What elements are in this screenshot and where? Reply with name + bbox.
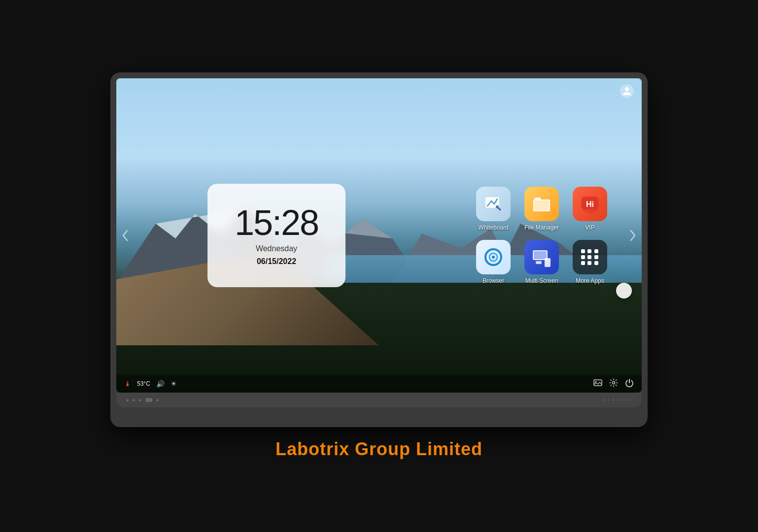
bezel-sm-dot-7 xyxy=(630,399,632,401)
app-vip[interactable]: Hi VIP xyxy=(568,184,612,233)
filemanager-label: File Manager xyxy=(524,224,559,231)
bezel-dot-1 xyxy=(126,399,129,401)
screen-display: 15:28 Wednesday 06/15/2022 Whiteboard xyxy=(116,78,642,393)
clock-day: Wednesday xyxy=(256,244,297,253)
monitor-frame: 15:28 Wednesday 06/15/2022 Whiteboard xyxy=(110,72,648,427)
bezel-sm-dot-1 xyxy=(603,399,605,401)
svg-rect-18 xyxy=(536,261,542,264)
app-whiteboard[interactable]: Whiteboard xyxy=(471,184,516,233)
clock-widget: 15:28 Wednesday 06/15/2022 xyxy=(207,184,345,287)
svg-point-21 xyxy=(595,381,597,383)
apps-grid: Whiteboard File Manager xyxy=(471,184,612,287)
vip-icon: Hi xyxy=(573,187,607,221)
moreapps-label: More Apps xyxy=(576,277,604,284)
svg-point-9 xyxy=(496,205,499,208)
browser-icon xyxy=(476,240,511,274)
svg-rect-19 xyxy=(545,258,551,267)
temperature-value: 53°C xyxy=(137,380,150,387)
bezel-dot-2 xyxy=(133,399,135,401)
whiteboard-icon xyxy=(476,187,511,221)
thermometer-icon: 🌡 xyxy=(124,380,131,388)
power-icon[interactable] xyxy=(625,378,634,389)
bezel-dot-3 xyxy=(139,399,141,401)
gallery-icon[interactable] xyxy=(593,378,602,389)
bezel-right-controls xyxy=(603,399,632,401)
clock-date: 06/15/2022 xyxy=(257,257,296,266)
app-multiscreen[interactable]: Multi Screen xyxy=(519,237,564,287)
bezel-sm-dot-2 xyxy=(608,399,610,401)
bezel-sm-dot-4 xyxy=(617,399,619,401)
filemanager-icon xyxy=(524,187,559,221)
monitor-bottom-bezel xyxy=(116,393,642,407)
svg-rect-20 xyxy=(594,380,602,386)
app-moreapps[interactable]: More Apps xyxy=(568,237,612,287)
app-browser[interactable]: Browser xyxy=(471,237,516,287)
status-left: 🌡 53°C 🔊 ☀ xyxy=(124,380,177,388)
whiteboard-label: Whiteboard xyxy=(478,224,508,231)
bezel-rect xyxy=(145,398,152,402)
nav-left-arrow[interactable] xyxy=(120,231,130,240)
app-filemanager[interactable]: File Manager xyxy=(519,184,564,233)
bezel-sm-dot-3 xyxy=(612,399,614,401)
user-icon[interactable] xyxy=(620,84,634,98)
multiscreen-label: Multi Screen xyxy=(525,277,558,284)
svg-rect-17 xyxy=(534,251,547,259)
status-bar: 🌡 53°C 🔊 ☀ xyxy=(116,375,642,393)
settings-icon[interactable] xyxy=(609,378,618,389)
svg-text:Hi: Hi xyxy=(586,200,594,208)
company-name: Labotrix Group Limited xyxy=(276,439,482,460)
moreapps-icon xyxy=(573,240,607,274)
svg-point-22 xyxy=(613,382,615,384)
bezel-dot-4 xyxy=(156,399,159,401)
browser-label: Browser xyxy=(482,277,504,284)
volume-icon: 🔊 xyxy=(156,380,165,388)
bezel-sm-dot-6 xyxy=(625,399,627,401)
brightness-icon: ☀ xyxy=(171,380,177,388)
clock-time: 15:28 xyxy=(235,205,318,240)
multiscreen-icon xyxy=(524,240,559,274)
svg-point-7 xyxy=(625,87,629,91)
svg-point-15 xyxy=(492,256,495,259)
home-button[interactable] xyxy=(616,283,632,299)
vip-label: VIP xyxy=(585,224,594,231)
nav-right-arrow[interactable] xyxy=(628,231,638,240)
bezel-sm-dot-5 xyxy=(621,399,623,401)
status-right xyxy=(593,378,634,389)
bezel-left-controls xyxy=(126,398,159,402)
